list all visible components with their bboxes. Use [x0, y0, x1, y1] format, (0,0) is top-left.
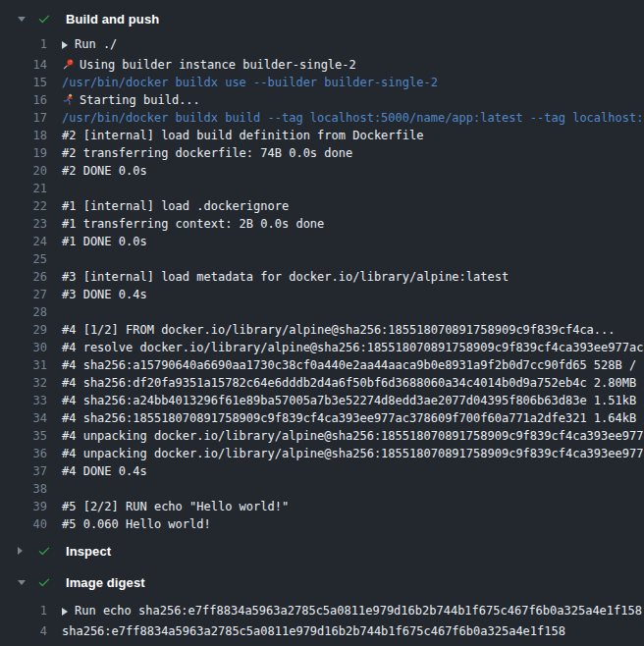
log-text: #4 sha256:a24bb4013296f61e89ba57005a7b3e…	[62, 392, 644, 409]
line-number[interactable]: 19	[0, 144, 47, 162]
log-text: #5 [2/2] RUN echo "Hello world!"	[62, 498, 289, 515]
log-line: 18#2 [internal] load build definition fr…	[0, 127, 644, 144]
line-number[interactable]: 22	[0, 197, 47, 215]
line-number[interactable]: 21	[0, 180, 47, 197]
line-number[interactable]: 30	[0, 339, 47, 356]
log-line: 24#1 DONE 0.0s	[0, 233, 644, 250]
line-number[interactable]: 39	[0, 498, 47, 515]
line-number[interactable]: 36	[0, 445, 47, 462]
log-text: #1 DONE 0.0s	[62, 233, 147, 250]
log-line: 40#5 0.060 Hello world!	[0, 515, 644, 533]
log-text: #4 DONE 0.4s	[62, 462, 147, 480]
log-line: 36#4 unpacking docker.io/library/alpine@…	[0, 445, 644, 462]
log-line: 29#4 [1/2] FROM docker.io/library/alpine…	[0, 321, 644, 339]
log-text: #4 [1/2] FROM docker.io/library/alpine@s…	[62, 321, 616, 339]
line-number[interactable]: 38	[0, 480, 47, 498]
log-text: #1 [internal] load .dockerignore	[62, 197, 289, 215]
log-line: 15/usr/bin/docker buildx use --builder b…	[0, 74, 644, 91]
log-lines-build-and-push: 1Run ./14Using builder instance builder-…	[0, 35, 644, 533]
log-text: #5 0.060 Hello world!	[62, 515, 211, 533]
log-text[interactable]: Run ./	[62, 35, 117, 53]
line-number[interactable]: 4	[0, 622, 47, 640]
log-line: 22#1 [internal] load .dockerignore	[0, 197, 644, 215]
line-number[interactable]: 1	[0, 35, 47, 53]
success-check-icon	[37, 12, 51, 26]
line-number[interactable]: 31	[0, 356, 47, 374]
log-line: 33#4 sha256:a24bb4013296f61e89ba57005a7b…	[0, 392, 644, 409]
section-header-image-digest[interactable]: Image digest	[0, 570, 644, 594]
line-number[interactable]: 40	[0, 515, 47, 533]
runner-icon	[62, 93, 75, 106]
log-text: Starting build...	[62, 91, 200, 109]
line-number[interactable]: 26	[0, 268, 47, 286]
log-text[interactable]: Run echo sha256:e7ff8834a5963a2785c5a081…	[62, 602, 642, 619]
log-line: 27#3 DONE 0.4s	[0, 286, 644, 303]
chevron-right-icon[interactable]	[18, 547, 27, 555]
log-text: sha256:e7ff8834a5963a2785c5a0811e979d16b…	[62, 622, 565, 640]
log-line: 23#1 transferring context: 2B 0.0s done	[0, 215, 644, 233]
log-text: Using builder instance builder-single-2	[62, 56, 356, 74]
line-number[interactable]: 37	[0, 462, 47, 480]
log-text: #4 sha256:a15790640a6690aa1730c38cf0a440…	[62, 356, 644, 374]
line-number[interactable]: 16	[0, 91, 47, 109]
log-text: #2 [internal] load build definition from…	[62, 127, 423, 144]
line-number[interactable]: 27	[0, 286, 47, 303]
log-text: #2 transferring dockerfile: 74B 0.0s don…	[62, 144, 352, 162]
log-line: 14Using builder instance builder-single-…	[0, 56, 644, 74]
log-text: #4 sha256:185518070891758909c9f839cf4ca3…	[62, 409, 644, 427]
command-text: /usr/bin/docker buildx build --tag local…	[62, 109, 644, 127]
log-line: 37#4 DONE 0.4s	[0, 462, 644, 480]
line-number[interactable]: 23	[0, 215, 47, 233]
log-line: 4sha256:e7ff8834a5963a2785c5a0811e979d16…	[0, 622, 644, 640]
log-line: 26#3 [internal] load metadata for docker…	[0, 268, 644, 286]
line-number[interactable]: 34	[0, 409, 47, 427]
line-number[interactable]: 33	[0, 392, 47, 409]
log-line: 19#2 transferring dockerfile: 74B 0.0s d…	[0, 144, 644, 162]
line-number[interactable]: 32	[0, 374, 47, 392]
expand-group-icon[interactable]	[62, 41, 68, 49]
log-line: 21	[0, 180, 644, 197]
success-check-icon	[37, 544, 51, 558]
log-line: 31#4 sha256:a15790640a6690aa1730c38cf0a4…	[0, 356, 644, 374]
line-number[interactable]: 18	[0, 127, 47, 144]
section-title: Inspect	[66, 544, 111, 559]
log-line: 30#4 resolve docker.io/library/alpine@sh…	[0, 339, 644, 356]
log-line: 28	[0, 303, 644, 321]
line-number[interactable]: 1	[0, 602, 47, 619]
log-line: 32#4 sha256:df20fa9351a15782c64e6dddb2d4…	[0, 374, 644, 392]
line-number[interactable]: 15	[0, 74, 47, 91]
log-text: #4 unpacking docker.io/library/alpine@sh…	[62, 445, 644, 462]
chevron-down-icon[interactable]	[18, 580, 27, 585]
pushpin-icon	[62, 58, 75, 71]
log-line: 20#2 DONE 0.0s	[0, 162, 644, 180]
log-text: #4 sha256:df20fa9351a15782c64e6dddb2d4a6…	[62, 374, 644, 392]
line-number[interactable]: 20	[0, 162, 47, 180]
success-check-icon	[37, 575, 51, 589]
section-header-inspect[interactable]: Inspect	[0, 539, 644, 563]
section-title: Image digest	[66, 575, 145, 590]
log-text: #4 resolve docker.io/library/alpine@sha2…	[62, 339, 644, 356]
line-number[interactable]: 14	[0, 56, 47, 74]
chevron-down-icon[interactable]	[18, 17, 27, 22]
log-group-line: 1Run ./	[0, 35, 644, 53]
line-number[interactable]: 35	[0, 427, 47, 445]
expand-group-icon[interactable]	[62, 608, 68, 616]
log-line: 17/usr/bin/docker buildx build --tag loc…	[0, 109, 644, 127]
line-number[interactable]: 29	[0, 321, 47, 339]
log-text: #3 [internal] load metadata for docker.i…	[62, 268, 509, 286]
log-text: #3 DONE 0.4s	[62, 286, 147, 303]
log-text: #4 unpacking docker.io/library/alpine@sh…	[62, 427, 644, 445]
section-header-build-and-push[interactable]: Build and push	[0, 7, 644, 30]
line-number[interactable]: 24	[0, 233, 47, 250]
log-group-line: 1Run echo sha256:e7ff8834a5963a2785c5a08…	[0, 602, 644, 619]
log-line: 38	[0, 480, 644, 498]
log-line: 35#4 unpacking docker.io/library/alpine@…	[0, 427, 644, 445]
log-line: 16Starting build...	[0, 91, 644, 109]
command-text: /usr/bin/docker buildx use --builder bui…	[62, 74, 438, 91]
line-number[interactable]: 28	[0, 303, 47, 321]
line-number[interactable]: 17	[0, 109, 47, 127]
log-text: #1 transferring context: 2B 0.0s done	[62, 215, 324, 233]
line-number[interactable]: 25	[0, 250, 47, 268]
log-lines-image-digest: 1Run echo sha256:e7ff8834a5963a2785c5a08…	[0, 602, 644, 640]
section-title: Build and push	[66, 12, 159, 27]
